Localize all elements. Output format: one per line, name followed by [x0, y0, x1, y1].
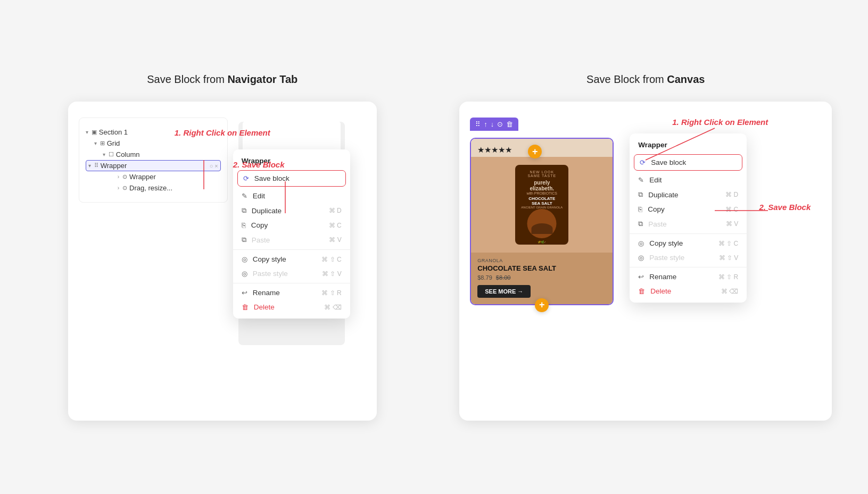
nav-row-grid[interactable]: ▾ ⊞ Grid [86, 138, 221, 149]
paste-style-shortcut-left: ⌘ ⇧ V [322, 270, 342, 278]
left-menu-rename[interactable]: ↩ Rename ⌘ ⇧ R [233, 286, 350, 300]
nav-action-icons: ○ × [210, 163, 218, 169]
nav-arrow-section1: ▾ [86, 129, 88, 135]
save-block-label-left: Save block [254, 174, 290, 182]
product-package: NEW LOOKSAME TASTE purelyelizabeth. with… [515, 165, 568, 245]
nav-arrow-wrapper-child: › [118, 174, 119, 180]
left-menu-paste-style: ◎ Paste style ⌘ ⇧ V [233, 266, 350, 281]
product-stars: ★★★★★ [477, 145, 512, 154]
duplicate-icon-left: ⧉ [242, 206, 246, 215]
copy-label-left: Copy [251, 221, 268, 229]
main-container: Save Block from Navigator Tab 1. Right C… [0, 52, 868, 442]
left-menu-delete[interactable]: 🗑 Delete ⌘ ⌫ [233, 300, 350, 314]
product-bowl [527, 209, 557, 238]
nav-icon-section: ▣ [92, 129, 97, 136]
left-title-prefix: Save Block from [147, 73, 227, 85]
nav-label-drag-resize: Drag, resize... [129, 184, 172, 192]
right-menu-paste: ⧉ Paste ⌘ V [630, 216, 747, 231]
nav-label-column: Column [116, 150, 140, 158]
left-menu-duplicate[interactable]: ⧉ Duplicate ⌘ D [233, 203, 350, 218]
right-title-prefix: Save Block from [586, 73, 667, 85]
product-stars-row: ★★★★★ [471, 139, 613, 157]
nav-row-section1[interactable]: ▾ ▣ Section 1 [86, 127, 221, 138]
right-menu-duplicate[interactable]: ⧉ Duplicate ⌘ D [630, 187, 747, 202]
nav-row-wrapper-child[interactable]: › ⊙ Wrapper [86, 171, 221, 182]
canvas-area: ⠿ ↑ ↓ ⊙ 🗑 + ★★★★★ [470, 118, 614, 312]
copy-shortcut-right: ⌘ C [725, 206, 738, 213]
toolbar-down-icon[interactable]: ↓ [491, 120, 494, 128]
left-menu-save-block[interactable]: ⟳ Save block [237, 170, 346, 187]
left-menu-copy-style[interactable]: ◎ Copy style ⌘ ⇧ C [233, 252, 350, 266]
duplicate-shortcut-right: ⌘ D [725, 191, 738, 198]
right-card: 1. Right Click on Element 2. Save Block … [459, 102, 832, 421]
right-menu-edit[interactable]: ✎ Edit [630, 173, 747, 187]
right-menu-save-block[interactable]: ⟳ Save block [634, 154, 742, 171]
rename-icon-left: ↩ [242, 289, 247, 297]
toolbar-up-icon[interactable]: ↑ [484, 120, 487, 128]
nav-icon-wrapper-selected: ⠿ [94, 162, 98, 169]
paste-style-icon-left: ◎ [242, 270, 247, 278]
copy-style-label-left: Copy style [253, 255, 286, 263]
product-subtitle-text: with PROBIOTICS [526, 191, 557, 195]
right-panel: Save Block from Canvas 1. Right Click on… [456, 73, 837, 421]
left-menu-copy[interactable]: ⎘ Copy ⌘ C [233, 218, 350, 232]
add-circle-bottom[interactable]: + [535, 298, 549, 312]
see-more-button[interactable]: SEE MORE → [477, 285, 531, 298]
nav-row-wrapper-selected[interactable]: ▾ ⠿ Wrapper ○ × [86, 160, 221, 171]
product-brand-text: purelyelizabeth. [530, 180, 554, 191]
right-menu-delete[interactable]: 🗑 Delete ⌘ ⌫ [630, 284, 747, 298]
toolbar-copy-icon[interactable]: ⊙ [497, 120, 503, 128]
copy-icon-left: ⎘ [242, 221, 246, 229]
product-price-row: $8.79 $8.00 [477, 274, 606, 281]
left-panel-title: Save Block from Navigator Tab [147, 73, 297, 86]
delete-icon-right: 🗑 [638, 287, 645, 295]
save-block-icon-left: ⟳ [243, 174, 249, 182]
left-menu-edit[interactable]: ✎ Edit [233, 189, 350, 203]
rename-shortcut-left: ⌘ ⇧ R [321, 289, 341, 297]
rename-shortcut-right: ⌘ ⇧ R [718, 273, 738, 281]
product-image-area: NEW LOOKSAME TASTE purelyelizabeth. with… [471, 157, 613, 253]
nav-arrow-column: ▾ [103, 152, 105, 157]
left-card: 1. Right Click on Element 2. Save Block … [68, 102, 377, 421]
toolbar-delete-icon[interactable]: 🗑 [506, 120, 513, 128]
duplicate-label-left: Duplicate [252, 207, 282, 215]
paste-style-shortcut-right: ⌘ ⇧ V [719, 254, 739, 262]
product-type-text: CHOCOLATESEA SALT [528, 196, 555, 206]
product-price: $8.79 [477, 274, 492, 281]
right-menu-rename[interactable]: ↩ Rename ⌘ ⇧ R [630, 270, 747, 284]
toolbar-grid-icon[interactable]: ⠿ [475, 120, 481, 128]
left-right-side: Wrapper ⟳ Save block ✎ Edit ⧉ Duplicat [238, 118, 345, 345]
copy-icon-right: ⎘ [638, 205, 642, 213]
navigator-area: ▾ ▣ Section 1 ▾ ⊞ Grid ▾ ☐ Column [79, 118, 228, 203]
nav-icon-column: ☐ [109, 151, 114, 158]
rename-label-right: Rename [649, 273, 676, 281]
add-circle-top[interactable]: + [528, 145, 542, 158]
right-menu-divider1 [630, 233, 747, 234]
nav-row-drag-resize[interactable]: › ⊙ Drag, resize... [86, 182, 221, 194]
right-menu-paste-style: ◎ Paste style ⌘ ⇧ V [630, 250, 747, 265]
paste-icon-left: ⧉ [242, 236, 246, 244]
right-menu-copy[interactable]: ⎘ Copy ⌘ C [630, 202, 747, 216]
nav-label-section1: Section 1 [99, 128, 128, 136]
product-info-area: GRANOLA CHOCOLATE SEA SALT $8.79 $8.00 S… [471, 253, 613, 304]
left-menu-header: Wrapper [233, 154, 350, 168]
right-menu-copy-style[interactable]: ◎ Copy style ⌘ ⇧ C [630, 236, 747, 250]
product-category-label: GRANOLA [477, 258, 606, 263]
nav-icon-wrapper-child: ⊙ [122, 173, 127, 180]
nav-icon-drag: ⊙ [122, 185, 127, 191]
product-old-price: $8.00 [496, 274, 511, 281]
rename-label-left: Rename [253, 289, 280, 297]
left-menu-paste: ⧉ Paste ⌘ V [233, 232, 350, 247]
copy-style-icon-right: ◎ [638, 239, 644, 247]
duplicate-shortcut-left: ⌘ D [329, 207, 342, 214]
left-menu-divider1 [233, 249, 350, 250]
nav-label-wrapper-selected: Wrapper [101, 162, 127, 170]
save-block-label-right: Save block [651, 158, 686, 166]
edit-icon-right: ✎ [638, 176, 644, 184]
right-context-menu: Wrapper ⟳ Save block ✎ Edit ⧉ Duplicate … [630, 133, 747, 303]
right-menu-header: Wrapper [630, 138, 747, 152]
copy-style-shortcut-left: ⌘ ⇧ C [321, 256, 341, 263]
nav-row-column[interactable]: ▾ ☐ Column [86, 149, 221, 160]
paste-style-label-right: Paste style [649, 254, 684, 262]
product-name-label: CHOCOLATE SEA SALT [477, 264, 606, 273]
